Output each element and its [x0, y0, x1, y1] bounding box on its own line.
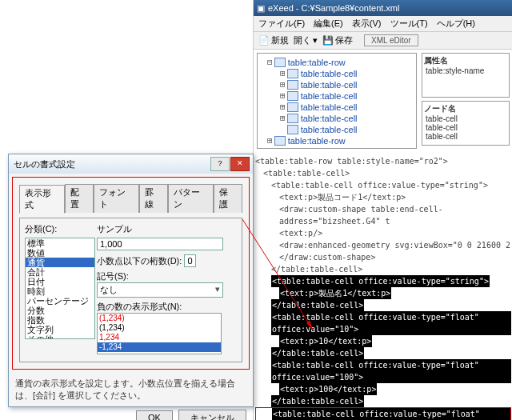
- xml-line[interactable]: <text:p/>: [255, 227, 511, 239]
- symbol-combo[interactable]: なし: [97, 282, 223, 298]
- menu-view[interactable]: 表示(V): [352, 18, 382, 28]
- xml-line[interactable]: <text:p>製品名1</text:p>: [255, 287, 511, 299]
- tab-font[interactable]: フォント: [94, 184, 139, 213]
- sample-display: 1,000: [97, 238, 223, 250]
- xml-line[interactable]: </table:table-cell>: [255, 299, 511, 311]
- toolbar: 📄新規 開く▾ 💾保存 XML eDitor: [254, 32, 512, 50]
- category-item[interactable]: 会計: [26, 267, 94, 277]
- negative-label: 負の数の表示形式(N):: [97, 301, 237, 313]
- category-listbox[interactable]: 標準数値通貨会計日付時刻パーセンテージ分数指数文字列その他ユーザー定義: [25, 238, 95, 339]
- negative-format-listbox[interactable]: (1,234)(1,234)1,234-1,234: [97, 313, 222, 354]
- xml-line[interactable]: <table:table-cell>: [255, 167, 511, 179]
- xml-line[interactable]: <draw:enhanced-geometry svg:viewBox="0 0…: [255, 239, 511, 251]
- save-button[interactable]: 💾保存: [322, 34, 353, 46]
- tree-node[interactable]: ⊞table:table-cell: [261, 90, 413, 102]
- decimal-places-input[interactable]: 0: [184, 254, 195, 267]
- category-item[interactable]: 分数: [26, 306, 94, 315]
- attributes-panel[interactable]: 属性名 table:style-name: [422, 53, 510, 98]
- category-item[interactable]: パーセンテージ: [26, 296, 94, 306]
- category-item[interactable]: 数値: [26, 248, 94, 258]
- negative-format-item[interactable]: (1,234): [98, 314, 221, 323]
- node-item[interactable]: table-cell: [426, 123, 507, 132]
- tree-node[interactable]: table:table-cell: [261, 124, 413, 135]
- category-item[interactable]: 通貨: [26, 258, 94, 267]
- tab-number-format[interactable]: 表示形式: [19, 185, 65, 214]
- xml-line[interactable]: <table:table-row table:style-name="ro2">: [255, 155, 511, 167]
- xml-line[interactable]: <text:p>製品コード1</text:p>: [255, 191, 511, 203]
- category-item[interactable]: 指数: [26, 315, 94, 325]
- menu-edit[interactable]: 編集(E): [314, 18, 343, 28]
- tree-node[interactable]: ⊞table:table-cell: [261, 102, 413, 113]
- xml-source-view[interactable]: <table:table-row table:style-name="ro2">…: [254, 152, 512, 420]
- category-label: 分類(C):: [25, 223, 97, 235]
- app-icon: ▣: [257, 0, 265, 16]
- tree-node[interactable]: ⊟table:table-row: [261, 57, 413, 68]
- category-item[interactable]: その他: [26, 334, 94, 339]
- category-item[interactable]: 時刻: [26, 286, 94, 296]
- exeed-window: ▣ eXeed - C:¥Sample8¥content.xml ファイル(F)…: [253, 0, 512, 420]
- xml-line[interactable]: </table:table-cell>: [255, 347, 511, 359]
- ok-button[interactable]: OK: [136, 410, 173, 420]
- nodes-panel[interactable]: ノード名 table-cell table-cell table-cell: [422, 101, 510, 146]
- decimal-label: 小数点以下の桁数(D):: [97, 256, 182, 266]
- tab-alignment[interactable]: 配置: [65, 184, 94, 213]
- category-item[interactable]: 標準: [26, 238, 94, 248]
- xml-editor-label: XML eDitor: [364, 34, 418, 46]
- negative-format-item[interactable]: 1,234: [98, 333, 221, 342]
- tab-pattern[interactable]: パターン: [168, 184, 214, 213]
- menu-tools[interactable]: ツール(T): [390, 18, 428, 28]
- close-button[interactable]: ✕: [230, 157, 250, 171]
- tree-node[interactable]: ⊞table:table-cell: [261, 113, 413, 124]
- tree-node[interactable]: ⊞table:table-cell: [261, 79, 413, 90]
- xml-line[interactable]: </table:table-cell>: [255, 395, 511, 407]
- node-item[interactable]: table-cell: [426, 114, 507, 123]
- negative-format-item[interactable]: (1,234): [98, 323, 221, 333]
- cancel-button[interactable]: キャンセル: [178, 410, 246, 420]
- tab-strip: 表示形式 配置 フォント 罫線 パターン 保護: [19, 184, 242, 213]
- new-button[interactable]: 📄新規: [258, 34, 289, 46]
- nodes-header: ノード名: [424, 103, 507, 114]
- xml-line[interactable]: <table:table-cell office:value-type="flo…: [255, 311, 511, 335]
- dialog-description: 通貨の表示形式を設定します。小数点位置を揃える場合は、[会計] を選択してくださ…: [9, 373, 253, 406]
- menu-file[interactable]: ファイル(F): [258, 18, 305, 28]
- tab-protection[interactable]: 保護: [214, 184, 242, 213]
- xml-line[interactable]: <draw:custom-shape table:end-cell-addres…: [255, 203, 511, 227]
- tree-node[interactable]: ⊞table:table-cell: [261, 68, 413, 79]
- dialog-titlebar: セルの書式設定 ? ✕: [9, 154, 253, 174]
- category-item[interactable]: 日付: [26, 277, 94, 286]
- xml-line[interactable]: </draw:custom-shape>: [255, 251, 511, 263]
- open-button[interactable]: 開く▾: [294, 34, 318, 46]
- sample-label: サンプル: [97, 223, 237, 235]
- menu-bar[interactable]: ファイル(F) 編集(E) 表示(V) ツール(T) ヘルプ(H): [254, 16, 512, 32]
- attr-item[interactable]: table:style-name: [426, 66, 507, 75]
- exeed-titlebar: ▣ eXeed - C:¥Sample8¥content.xml: [254, 0, 512, 16]
- symbol-label: 記号(S):: [97, 270, 237, 282]
- attributes-header: 属性名: [424, 55, 507, 66]
- format-cells-dialog: セルの書式設定 ? ✕ 表示形式 配置 フォント 罫線 パターン 保護 分類(C…: [8, 154, 254, 407]
- xml-line[interactable]: <table:table-cell office:value-type="str…: [255, 275, 511, 287]
- tree-node[interactable]: ⊞table:table-row: [261, 135, 413, 146]
- app-title: eXeed - C:¥Sample8¥content.xml: [268, 0, 399, 16]
- xml-line[interactable]: <table:table-cell office:value-type="str…: [255, 179, 511, 191]
- xml-line[interactable]: <table:table-cell office:value-type="flo…: [255, 407, 511, 420]
- help-button[interactable]: ?: [210, 157, 230, 171]
- tab-border[interactable]: 罫線: [139, 184, 168, 213]
- xml-line[interactable]: <text:p>10</text:p>: [255, 335, 511, 347]
- dialog-title: セルの書式設定: [14, 158, 75, 170]
- category-item[interactable]: 文字列: [26, 325, 94, 334]
- xml-line[interactable]: </table:table-cell>: [255, 263, 511, 275]
- xml-line[interactable]: <text:p>100</text:p>: [255, 383, 511, 395]
- tree-panel[interactable]: ⊟table:table-row⊞table:table-cell⊞table:…: [257, 53, 417, 149]
- node-item[interactable]: table-cell: [426, 132, 507, 141]
- negative-format-item[interactable]: -1,234: [98, 342, 221, 352]
- xml-line[interactable]: <table:table-cell office:value-type="flo…: [255, 359, 511, 383]
- menu-help[interactable]: ヘルプ(H): [437, 18, 475, 28]
